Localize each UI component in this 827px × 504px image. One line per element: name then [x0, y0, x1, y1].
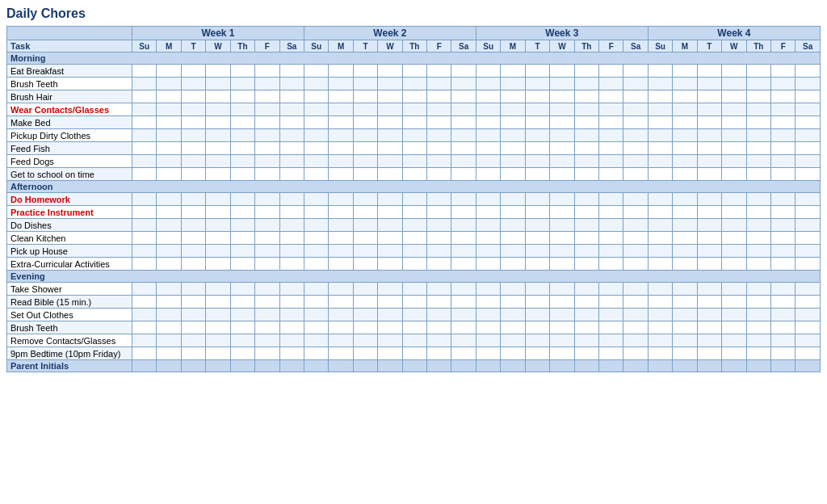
data-cell[interactable] [796, 168, 821, 181]
data-cell[interactable] [157, 321, 181, 334]
data-cell[interactable] [648, 78, 672, 90]
parent-initial-cell[interactable] [796, 360, 821, 372]
data-cell[interactable] [796, 296, 821, 309]
data-cell[interactable] [378, 90, 402, 103]
data-cell[interactable] [304, 168, 328, 181]
data-cell[interactable] [230, 206, 254, 219]
data-cell[interactable] [206, 283, 230, 296]
data-cell[interactable] [574, 245, 598, 258]
data-cell[interactable] [157, 129, 181, 142]
data-cell[interactable] [648, 219, 672, 232]
data-cell[interactable] [476, 142, 500, 155]
data-cell[interactable] [402, 116, 426, 129]
data-cell[interactable] [476, 78, 500, 90]
data-cell[interactable] [476, 193, 500, 206]
data-cell[interactable] [673, 296, 697, 309]
parent-initial-cell[interactable] [255, 360, 279, 372]
data-cell[interactable] [796, 309, 821, 321]
data-cell[interactable] [132, 258, 157, 271]
data-cell[interactable] [157, 90, 181, 103]
data-cell[interactable] [673, 309, 697, 321]
data-cell[interactable] [770, 168, 795, 181]
data-cell[interactable] [574, 90, 598, 103]
data-cell[interactable] [353, 283, 377, 296]
data-cell[interactable] [378, 206, 402, 219]
data-cell[interactable] [746, 219, 770, 232]
data-cell[interactable] [623, 296, 648, 309]
data-cell[interactable] [550, 116, 574, 129]
data-cell[interactable] [623, 142, 648, 155]
data-cell[interactable] [746, 347, 770, 360]
data-cell[interactable] [722, 309, 746, 321]
data-cell[interactable] [525, 321, 549, 334]
data-cell[interactable] [476, 155, 500, 168]
data-cell[interactable] [599, 90, 623, 103]
data-cell[interactable] [770, 90, 795, 103]
data-cell[interactable] [673, 90, 697, 103]
data-cell[interactable] [673, 129, 697, 142]
data-cell[interactable] [599, 296, 623, 309]
data-cell[interactable] [353, 129, 377, 142]
data-cell[interactable] [329, 321, 353, 334]
data-cell[interactable] [525, 193, 549, 206]
data-cell[interactable] [279, 258, 304, 271]
data-cell[interactable] [574, 206, 598, 219]
data-cell[interactable] [623, 65, 648, 78]
data-cell[interactable] [476, 245, 500, 258]
data-cell[interactable] [525, 116, 549, 129]
data-cell[interactable] [501, 168, 525, 181]
data-cell[interactable] [623, 309, 648, 321]
data-cell[interactable] [796, 232, 821, 245]
data-cell[interactable] [697, 193, 721, 206]
data-cell[interactable] [746, 78, 770, 90]
data-cell[interactable] [255, 142, 279, 155]
data-cell[interactable] [451, 206, 476, 219]
data-cell[interactable] [230, 78, 254, 90]
data-cell[interactable] [451, 168, 476, 181]
data-cell[interactable] [501, 347, 525, 360]
data-cell[interactable] [770, 232, 795, 245]
data-cell[interactable] [402, 283, 426, 296]
data-cell[interactable] [181, 347, 205, 360]
data-cell[interactable] [648, 296, 672, 309]
data-cell[interactable] [402, 309, 426, 321]
data-cell[interactable] [132, 347, 157, 360]
data-cell[interactable] [279, 129, 304, 142]
data-cell[interactable] [623, 232, 648, 245]
data-cell[interactable] [550, 155, 574, 168]
data-cell[interactable] [132, 321, 157, 334]
data-cell[interactable] [501, 309, 525, 321]
data-cell[interactable] [796, 78, 821, 90]
data-cell[interactable] [279, 232, 304, 245]
data-cell[interactable] [525, 103, 549, 116]
data-cell[interactable] [329, 103, 353, 116]
data-cell[interactable] [304, 142, 328, 155]
data-cell[interactable] [501, 296, 525, 309]
data-cell[interactable] [304, 309, 328, 321]
data-cell[interactable] [132, 283, 157, 296]
parent-initial-cell[interactable] [525, 360, 549, 372]
parent-initial-cell[interactable] [574, 360, 598, 372]
data-cell[interactable] [157, 245, 181, 258]
data-cell[interactable] [132, 103, 157, 116]
data-cell[interactable] [451, 321, 476, 334]
data-cell[interactable] [623, 334, 648, 347]
data-cell[interactable] [132, 116, 157, 129]
data-cell[interactable] [796, 65, 821, 78]
data-cell[interactable] [353, 232, 377, 245]
data-cell[interactable] [157, 168, 181, 181]
data-cell[interactable] [501, 334, 525, 347]
data-cell[interactable] [525, 245, 549, 258]
data-cell[interactable] [451, 334, 476, 347]
data-cell[interactable] [329, 116, 353, 129]
data-cell[interactable] [574, 103, 598, 116]
data-cell[interactable] [353, 65, 377, 78]
data-cell[interactable] [574, 65, 598, 78]
data-cell[interactable] [501, 142, 525, 155]
data-cell[interactable] [648, 129, 672, 142]
data-cell[interactable] [427, 296, 451, 309]
data-cell[interactable] [304, 258, 328, 271]
data-cell[interactable] [574, 168, 598, 181]
data-cell[interactable] [427, 78, 451, 90]
data-cell[interactable] [451, 129, 476, 142]
